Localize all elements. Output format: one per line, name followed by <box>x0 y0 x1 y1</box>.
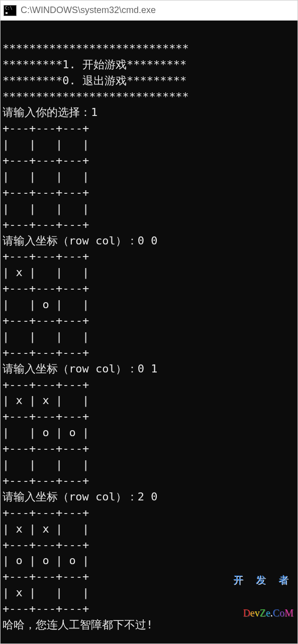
menu-choice-input[interactable]: 1 <box>91 106 97 118</box>
watermark: 开 发 者 DevZe.CoM <box>233 552 293 640</box>
board2-row2: | | | | <box>3 458 89 471</box>
result-message: 哈哈，您连人工智障都下不过! <box>3 618 153 631</box>
coord-input-3[interactable]: 2 0 <box>138 490 158 503</box>
coord-prompt-2: 请输入坐标（row col）： <box>3 362 138 375</box>
menu-prompt: 请输入你的选择： <box>3 106 91 118</box>
board1-sep: +---+---+---+ <box>3 250 89 263</box>
board0-row1: | | | | <box>3 170 89 183</box>
menu-border-bottom: **************************** <box>3 90 189 103</box>
board0-row2: | | | | <box>3 202 89 215</box>
board0-sep: +---+---+---+ <box>3 154 89 167</box>
board0-sep: +---+---+---+ <box>3 218 89 231</box>
board0-sep: +---+---+---+ <box>3 122 89 135</box>
coord-input-1[interactable]: 0 0 <box>138 234 158 247</box>
board1-sep: +---+---+---+ <box>3 346 89 359</box>
board1-sep: +---+---+---+ <box>3 314 89 327</box>
coord-prompt-1: 请输入坐标（row col）： <box>3 234 138 247</box>
coord-prompt-3: 请输入坐标（row col）： <box>3 490 138 503</box>
board1-row2: | | | | <box>3 330 89 343</box>
board1-row1: | | o | | <box>3 298 89 311</box>
board2-sep: +---+---+---+ <box>3 442 89 455</box>
board3-row0: | x | x | | <box>3 523 89 535</box>
board1-row0: | x | | | <box>3 266 89 279</box>
menu-option-0: *********0. 退出游戏********* <box>3 74 186 87</box>
board2-sep: +---+---+---+ <box>3 378 89 391</box>
board2-sep: +---+---+---+ <box>3 474 89 487</box>
board0-row0: | | | | <box>3 138 89 151</box>
board3-sep: +---+---+---+ <box>3 570 89 583</box>
cmd-window: C:\WINDOWS\system32\cmd.exe ************… <box>0 0 298 644</box>
cmd-icon <box>4 5 17 16</box>
watermark-brand: DevZe.CoM <box>233 607 293 618</box>
board3-row2: | x | | | <box>3 586 89 599</box>
board1-sep: +---+---+---+ <box>3 282 89 295</box>
board2-row1: | | o | o | <box>3 426 89 439</box>
coord-input-2[interactable]: 0 1 <box>138 362 158 375</box>
board2-sep: +---+---+---+ <box>3 410 89 423</box>
menu-border-top: **************************** <box>3 42 189 55</box>
board3-sep: +---+---+---+ <box>3 539 89 551</box>
watermark-line1: 开 发 者 <box>233 574 293 585</box>
board0-sep: +---+---+---+ <box>3 186 89 199</box>
board3-sep: +---+---+---+ <box>3 602 89 615</box>
console-output[interactable]: **************************** *********1.… <box>1 21 297 643</box>
board3-sep: +---+---+---+ <box>3 506 89 519</box>
titlebar[interactable]: C:\WINDOWS\system32\cmd.exe <box>1 1 297 21</box>
board3-row1: | o | o | o | <box>3 554 89 567</box>
menu-option-1: *********1. 开始游戏********* <box>3 58 186 71</box>
window-title: C:\WINDOWS\system32\cmd.exe <box>21 5 156 16</box>
board2-row0: | x | x | | <box>3 394 89 407</box>
